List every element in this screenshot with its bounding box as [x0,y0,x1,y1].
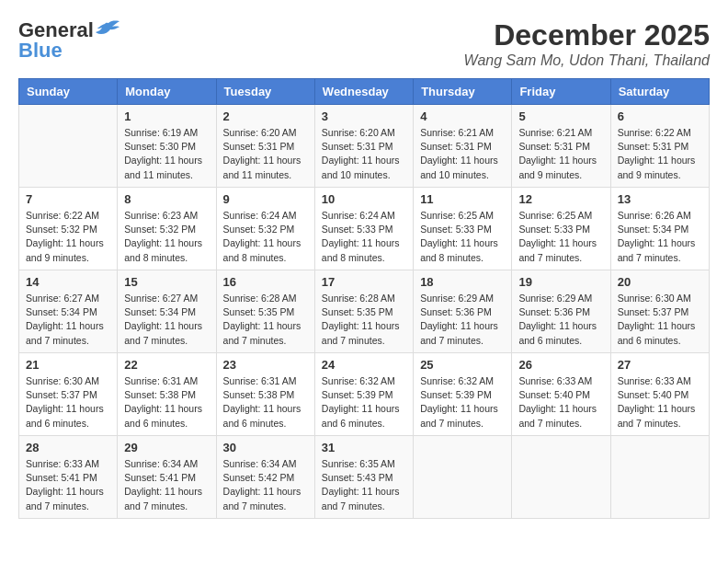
cell-line: Daylight: 11 hours and 10 minutes. [420,154,505,181]
calendar-cell: 17Sunrise: 6:28 AMSunset: 5:35 PMDayligh… [314,270,413,353]
cell-line: Daylight: 11 hours and 7 minutes. [124,485,209,512]
cell-content: Sunrise: 6:35 AMSunset: 5:43 PMDaylight:… [322,457,406,513]
cell-line: Sunrise: 6:32 AM [420,374,505,388]
cell-line: Sunset: 5:33 PM [518,223,603,236]
cell-content: Sunrise: 6:24 AMSunset: 5:33 PMDaylight:… [322,209,406,265]
cell-line: Daylight: 11 hours and 7 minutes. [420,402,505,430]
day-number: 3 [322,109,406,123]
cell-line: Sunset: 5:37 PM [618,305,702,319]
cell-line: Sunrise: 6:28 AM [322,292,406,305]
calendar-cell [414,436,512,519]
calendar-cell: 14Sunrise: 6:27 AMSunset: 5:34 PMDayligh… [19,270,118,353]
cell-content: Sunrise: 6:31 AMSunset: 5:38 PMDaylight:… [124,374,209,431]
cell-line: Daylight: 11 hours and 7 minutes. [618,402,702,430]
cell-line: Daylight: 11 hours and 7 minutes. [223,319,308,347]
page-header: General Blue December 2025 Wang Sam Mo, … [18,18,710,69]
cell-line: Sunrise: 6:24 AM [223,209,308,223]
cell-line: Sunrise: 6:29 AM [420,292,505,305]
cell-line: Sunset: 5:41 PM [124,471,209,485]
calendar-cell: 2Sunrise: 6:20 AMSunset: 5:31 PMDaylight… [216,105,314,188]
day-number: 21 [26,358,110,372]
col-header-tuesday: Tuesday [216,79,314,105]
day-number: 9 [223,192,308,206]
cell-line: Sunset: 5:39 PM [420,388,505,402]
cell-line: Sunset: 5:30 PM [124,140,209,154]
cell-content: Sunrise: 6:34 AMSunset: 5:41 PMDaylight:… [124,457,209,513]
calendar-cell: 12Sunrise: 6:25 AMSunset: 5:33 PMDayligh… [512,188,610,270]
cell-line: Sunrise: 6:29 AM [518,292,603,305]
cell-content: Sunrise: 6:29 AMSunset: 5:36 PMDaylight:… [518,292,603,348]
cell-line: Sunset: 5:36 PM [420,305,505,319]
cell-line: Daylight: 11 hours and 7 minutes. [124,319,209,347]
cell-line: Sunset: 5:32 PM [124,223,209,236]
calendar-cell: 23Sunrise: 6:31 AMSunset: 5:38 PMDayligh… [216,353,314,436]
day-number: 22 [124,358,209,372]
cell-content: Sunrise: 6:28 AMSunset: 5:35 PMDaylight:… [322,292,406,348]
cell-line: Sunrise: 6:33 AM [26,457,110,471]
cell-line: Sunset: 5:40 PM [618,388,702,402]
cell-line: Sunrise: 6:30 AM [26,374,110,388]
day-number: 13 [618,192,702,206]
day-number: 17 [322,275,406,289]
cell-line: Sunrise: 6:34 AM [223,457,308,471]
day-number: 8 [124,192,209,206]
calendar-cell: 9Sunrise: 6:24 AMSunset: 5:32 PMDaylight… [216,188,314,270]
calendar-cell: 8Sunrise: 6:23 AMSunset: 5:32 PMDaylight… [118,188,216,270]
day-number: 2 [223,109,308,123]
day-number: 20 [618,275,702,289]
calendar-cell: 21Sunrise: 6:30 AMSunset: 5:37 PMDayligh… [19,353,118,436]
cell-line: Sunrise: 6:21 AM [518,126,603,140]
cell-content: Sunrise: 6:22 AMSunset: 5:31 PMDaylight:… [618,126,702,182]
location-text: Wang Sam Mo, Udon Thani, Thailand [464,52,710,69]
calendar-cell: 16Sunrise: 6:28 AMSunset: 5:35 PMDayligh… [216,270,314,353]
cell-line: Sunrise: 6:25 AM [420,209,505,223]
cell-line: Daylight: 11 hours and 9 minutes. [518,154,603,181]
cell-line: Daylight: 11 hours and 7 minutes. [26,319,110,347]
cell-line: Sunset: 5:32 PM [223,223,308,236]
cell-line: Sunrise: 6:19 AM [124,126,209,140]
week-row-1: 1Sunrise: 6:19 AMSunset: 5:30 PMDaylight… [19,105,710,188]
cell-line: Sunset: 5:33 PM [420,223,505,236]
cell-line: Sunset: 5:34 PM [124,305,209,319]
month-title: December 2025 [464,18,710,52]
cell-line: Sunrise: 6:22 AM [26,209,110,223]
cell-line: Sunset: 5:31 PM [420,140,505,154]
cell-line: Sunrise: 6:33 AM [518,374,603,388]
cell-line: Sunrise: 6:34 AM [124,457,209,471]
calendar-cell [512,436,610,519]
calendar-cell: 13Sunrise: 6:26 AMSunset: 5:34 PMDayligh… [610,188,709,270]
week-row-5: 28Sunrise: 6:33 AMSunset: 5:41 PMDayligh… [19,436,710,519]
cell-line: Sunset: 5:41 PM [26,471,110,485]
cell-line: Sunrise: 6:20 AM [322,126,406,140]
col-header-sunday: Sunday [19,79,118,105]
cell-content: Sunrise: 6:26 AMSunset: 5:34 PMDaylight:… [618,209,702,265]
cell-line: Sunset: 5:34 PM [618,223,702,236]
cell-line: Sunrise: 6:31 AM [223,374,308,388]
calendar-table: SundayMondayTuesdayWednesdayThursdayFrid… [18,78,710,519]
col-header-wednesday: Wednesday [314,79,413,105]
cell-line: Sunset: 5:38 PM [124,388,209,402]
cell-line: Sunset: 5:32 PM [26,223,110,236]
cell-line: Daylight: 11 hours and 7 minutes. [322,319,406,347]
day-number: 23 [223,358,308,372]
cell-line: Daylight: 11 hours and 8 minutes. [124,236,209,264]
calendar-cell: 15Sunrise: 6:27 AMSunset: 5:34 PMDayligh… [118,270,216,353]
day-number: 24 [322,358,406,372]
cell-line: Sunset: 5:31 PM [618,140,702,154]
cell-line: Daylight: 11 hours and 9 minutes. [618,154,702,181]
calendar-cell: 30Sunrise: 6:34 AMSunset: 5:42 PMDayligh… [216,436,314,519]
calendar-cell: 11Sunrise: 6:25 AMSunset: 5:33 PMDayligh… [414,188,512,270]
calendar-cell [19,105,118,188]
day-number: 18 [420,275,505,289]
day-number: 4 [420,109,505,123]
logo: General Blue [18,18,121,63]
cell-line: Daylight: 11 hours and 6 minutes. [26,402,110,430]
day-number: 27 [618,358,702,372]
day-number: 30 [223,441,308,454]
cell-line: Daylight: 11 hours and 6 minutes. [618,319,702,347]
cell-line: Sunrise: 6:23 AM [124,209,209,223]
day-number: 15 [124,275,209,289]
calendar-cell: 28Sunrise: 6:33 AMSunset: 5:41 PMDayligh… [19,436,118,519]
cell-line: Sunrise: 6:32 AM [322,374,406,388]
calendar-cell: 6Sunrise: 6:22 AMSunset: 5:31 PMDaylight… [610,105,709,188]
